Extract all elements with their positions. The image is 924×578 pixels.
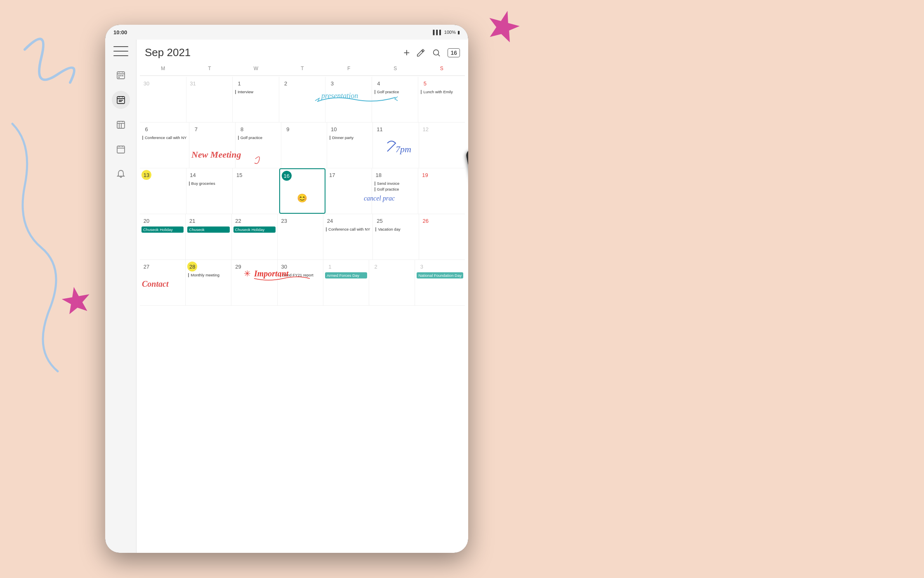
cal-cell-30-sep[interactable]: 30 Send FY21 report: [278, 260, 323, 305]
cal-cell-26[interactable]: 26: [419, 214, 465, 260]
date-num: 21: [187, 216, 197, 226]
svg-rect-16: [117, 121, 125, 128]
calendar-week-2: 6 Conference call with NY 7 New Meeting: [140, 123, 465, 168]
date-num: 7: [191, 124, 201, 134]
cal-cell-1[interactable]: 1 Interview: [233, 77, 279, 122]
date-num: 10: [329, 124, 339, 134]
cal-cell-16[interactable]: 16 😊: [279, 168, 326, 214]
cal-cell-29[interactable]: 29 ✳ Important: [231, 260, 277, 305]
cal-cell-5[interactable]: 5 Lunch with Emily: [418, 77, 465, 122]
calendar-title: Sep 2021: [145, 46, 191, 59]
cal-cell-10[interactable]: 10 Dinner party: [327, 123, 373, 168]
today-button[interactable]: 16: [448, 48, 460, 57]
cal-cell-24[interactable]: 24 Conference call with NY: [323, 214, 373, 260]
cal-cell-28[interactable]: 28 Monthly meeting: [186, 260, 231, 305]
cal-cell-11[interactable]: 11 7pm: [373, 123, 419, 168]
date-num: 27: [141, 262, 151, 271]
event-send-invoice: Send invoice: [374, 181, 417, 186]
date-num: 9: [283, 124, 293, 134]
cal-cell-7[interactable]: 7 New Meeting: [189, 123, 235, 168]
event-lunch-emily: Lunch with Emily: [420, 89, 463, 94]
pen-button[interactable]: [416, 48, 425, 57]
cal-cell-3[interactable]: 3 presentation: [325, 77, 372, 122]
event-chuseok-holiday-20: Chuseok Holiday: [141, 226, 184, 233]
sidebar-icon-agenda[interactable]: [112, 91, 130, 109]
menu-button[interactable]: [113, 46, 128, 56]
cal-cell-2-oct[interactable]: 2: [369, 260, 415, 305]
date-num: 29: [233, 262, 243, 271]
svg-rect-6: [118, 75, 120, 76]
cal-cell-23[interactable]: 23: [278, 214, 323, 260]
calendar-actions: + 16: [403, 46, 460, 59]
cal-cell-4[interactable]: 4 Golf practice: [372, 77, 419, 122]
svg-marker-0: [485, 7, 523, 44]
event-dinner-party: Dinner party: [329, 135, 371, 140]
cal-cell-14[interactable]: 14 Buy groceries: [186, 168, 233, 214]
cal-cell-8[interactable]: 8 Golf practice: [236, 123, 281, 168]
date-num: 3: [327, 78, 337, 88]
date-num: 11: [375, 124, 384, 134]
sidebar-icon-week[interactable]: [112, 116, 130, 134]
date-num: 14: [188, 170, 198, 180]
emoji-sticker: 😊: [282, 193, 323, 203]
cal-cell-18[interactable]: 18 Send invoice Golf practice cancel pra…: [372, 168, 419, 214]
sidebar: [105, 40, 137, 553]
cal-cell-31-aug[interactable]: 31: [186, 77, 233, 122]
cal-cell-6[interactable]: 6 Conference call with NY: [140, 123, 189, 168]
date-num: 2: [281, 78, 291, 88]
event-chuseok-holiday-22: Chuseok Holiday: [233, 226, 276, 233]
cal-cell-25[interactable]: 25 Vacation day: [373, 214, 419, 260]
cal-cell-27[interactable]: 27 Contact: [140, 260, 186, 305]
svg-rect-22: [117, 146, 125, 153]
day-header-sun: S: [418, 64, 465, 73]
day-header-sat: S: [372, 64, 419, 73]
event-national-foundation-day: National Foundation Day: [417, 272, 463, 278]
event-vacation-day: Vacation day: [375, 226, 417, 232]
svg-point-26: [434, 50, 439, 55]
date-num: 12: [421, 124, 431, 134]
date-num: 18: [374, 170, 384, 180]
event-conf-call-24: Conference call with NY: [325, 226, 371, 232]
cal-cell-19[interactable]: 19: [418, 168, 465, 214]
calendar-week-3: 13 14 Buy groceries 15 16 😊: [140, 168, 465, 214]
search-button[interactable]: [432, 48, 441, 57]
event-golf-practice-4: Golf practice: [374, 89, 417, 94]
calendar-week-4: 20 Chuseok Holiday 21 Chuseok 22 Chuseok…: [140, 214, 465, 260]
status-bar: 10:00 ▌▌▌ 100% ▮: [105, 25, 468, 40]
date-num-today: 16: [282, 171, 292, 181]
sidebar-icon-notifications[interactable]: [112, 165, 130, 183]
sidebar-icon-day[interactable]: [112, 140, 130, 158]
date-num: 6: [141, 124, 151, 134]
cal-cell-20[interactable]: 20 Chuseok Holiday: [140, 214, 186, 260]
cal-cell-9[interactable]: 9: [281, 123, 327, 168]
event-chuseok: Chuseok: [187, 226, 229, 233]
event-fy21-report: Send FY21 report: [279, 272, 321, 278]
date-num: 1: [234, 78, 244, 88]
svg-text:✳: ✳: [244, 269, 251, 278]
sidebar-icon-calendar-month[interactable]: [112, 66, 130, 84]
svg-marker-1: [60, 285, 92, 315]
cal-cell-1-oct[interactable]: 1 Armed Forces Day: [323, 260, 369, 305]
cal-cell-2[interactable]: 2: [279, 77, 326, 122]
date-num: 26: [421, 216, 431, 226]
event-golf-practice-18: Golf practice: [374, 186, 417, 192]
cal-cell-17[interactable]: 17: [325, 168, 372, 214]
cal-cell-12[interactable]: 12: [419, 123, 465, 168]
day-header-wed: W: [233, 64, 279, 73]
cal-cell-3-oct[interactable]: 3 National Foundation Day: [415, 260, 465, 305]
add-event-button[interactable]: +: [403, 46, 410, 59]
calendar-grid: M T W T F S S 30 31 1: [137, 64, 468, 306]
cal-cell-13[interactable]: 13: [140, 168, 186, 214]
cal-cell-30-aug[interactable]: 30: [140, 77, 186, 122]
day-header-mon: M: [140, 64, 186, 73]
battery-text: 100%: [444, 30, 456, 35]
date-num: 17: [327, 170, 337, 180]
date-num: 30: [279, 262, 289, 271]
cal-cell-22[interactable]: 22 Chuseok Holiday: [232, 214, 278, 260]
signal-icon: ▌▌▌: [433, 30, 442, 35]
date-num: 2: [371, 262, 381, 271]
date-num: 22: [233, 216, 243, 226]
cal-cell-15[interactable]: 15: [233, 168, 279, 214]
cal-cell-21[interactable]: 21 Chuseok: [186, 214, 231, 260]
event-golf-practice-8: Golf practice: [237, 135, 279, 140]
